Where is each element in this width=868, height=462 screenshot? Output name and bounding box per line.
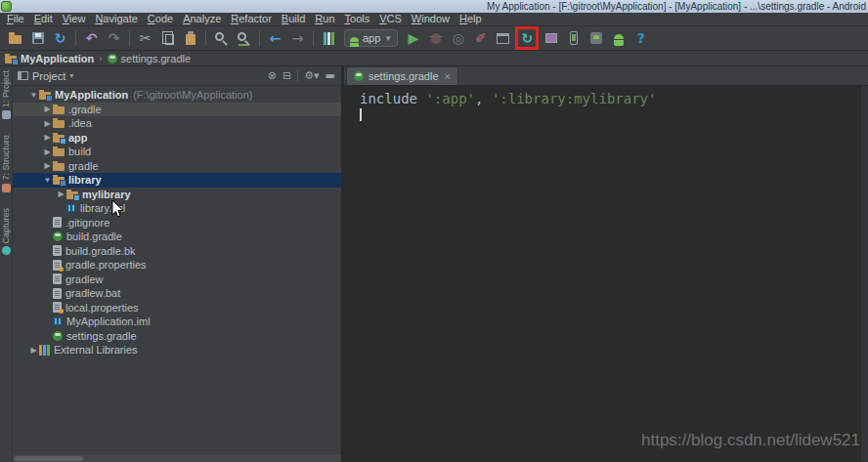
save-icon[interactable]: [27, 28, 48, 49]
settings-gear-icon[interactable]: ⚙▾: [304, 70, 319, 81]
android-monitor-icon[interactable]: [608, 28, 629, 49]
sync-icon[interactable]: ↻: [50, 28, 70, 49]
cut-icon[interactable]: ✂: [135, 28, 155, 49]
stripe-button----project[interactable]: 1: Project: [1, 70, 11, 119]
stripe-button-captures[interactable]: Captures: [1, 208, 11, 256]
panel-header-icons: ⊗⊟⚙▾▬: [268, 70, 335, 82]
tree-item-label: gradle: [68, 160, 99, 172]
iml-icon: [53, 316, 63, 326]
avd-manager-icon[interactable]: [563, 28, 584, 49]
tree-collapsed-arrow-icon[interactable]: ▶: [42, 161, 53, 170]
tree-collapsed-arrow-icon[interactable]: ▶: [42, 105, 53, 113]
forward-icon[interactable]: →: [287, 28, 308, 49]
find-icon[interactable]: [211, 28, 232, 49]
menu-help[interactable]: Help: [455, 13, 487, 25]
tree-item-library[interactable]: ▼library: [13, 173, 341, 188]
tree-item-myapplication[interactable]: ▼MyApplication(F:\gitroot\MyApplication): [13, 88, 341, 103]
sdk-manager-icon[interactable]: [586, 28, 606, 49]
tree-item-build[interactable]: ▶build: [13, 145, 341, 159]
menu-tools[interactable]: Tools: [340, 13, 375, 25]
tree-item--gitignore[interactable]: .gitignore: [13, 216, 341, 231]
tree-item-gradle-properties[interactable]: gradle.properties: [13, 258, 341, 273]
editor-scrollbar[interactable]: [861, 86, 868, 462]
paste-icon[interactable]: [180, 28, 200, 49]
menu-run[interactable]: Run: [310, 13, 339, 25]
close-icon[interactable]: ×: [445, 70, 451, 82]
file-icon: [53, 217, 62, 228]
menu-refactor[interactable]: Refactor: [226, 13, 277, 25]
tree-collapsed-arrow-icon[interactable]: ▶: [42, 147, 53, 156]
tree-collapsed-arrow-icon[interactable]: ▶: [28, 346, 39, 355]
tree-item-build-gradle[interactable]: build.gradle: [13, 230, 341, 244]
folder-icon: [53, 163, 65, 171]
android-icon: [350, 37, 359, 42]
tree-item-myapplication-iml[interactable]: MyApplication.iml: [13, 315, 341, 329]
iml-icon: [66, 203, 76, 213]
toolbar-separator: [205, 30, 206, 46]
tree-collapsed-arrow-icon[interactable]: ▶: [42, 133, 53, 142]
tree-item-gradlew[interactable]: gradlew: [13, 273, 341, 287]
menu-code[interactable]: Code: [143, 13, 178, 25]
tree-expanded-arrow-icon[interactable]: ▼: [42, 176, 53, 185]
tree-item--idea[interactable]: ▶.idea: [13, 116, 341, 131]
project-panel-title[interactable]: Project: [32, 70, 65, 82]
run-with-coverage-icon[interactable]: ◎: [448, 28, 468, 49]
tree-item-gradle[interactable]: ▶gradle: [13, 159, 341, 174]
collapse-all-icon[interactable]: ⊟: [282, 70, 291, 81]
breadcrumb-file[interactable]: settings.gradle: [121, 53, 192, 64]
tree-collapsed-arrow-icon[interactable]: ▶: [42, 119, 53, 128]
project-structure-icon[interactable]: [493, 28, 513, 49]
chevron-down-icon[interactable]: ▾: [69, 71, 73, 80]
menu-navigate[interactable]: Navigate: [90, 13, 142, 25]
sdk-manager-icon-shape: [590, 32, 602, 44]
stripe-label: 1: Project: [1, 70, 11, 107]
tree-item-app[interactable]: ▶app: [13, 131, 341, 146]
horizontal-scrollbar[interactable]: [13, 455, 341, 462]
stripe-label: 7: Structure: [1, 135, 11, 181]
help-icon[interactable]: ?: [630, 28, 651, 49]
captures-tool-icon: [2, 246, 11, 255]
code-editor[interactable]: include ':app', ':library:mylibrary': [344, 86, 868, 121]
profile-icon[interactable]: ✐: [470, 28, 491, 49]
menu-file[interactable]: File: [2, 13, 29, 25]
undo-icon[interactable]: ↶: [81, 28, 102, 49]
menu-view[interactable]: View: [58, 13, 91, 25]
device-monitor-icon[interactable]: [541, 28, 561, 49]
toolbar-separator: [259, 30, 260, 46]
menu-vcs[interactable]: VCS: [374, 13, 407, 25]
back-icon[interactable]: ←: [265, 28, 285, 49]
menu-analyze[interactable]: Analyze: [178, 13, 226, 25]
debug-icon[interactable]: [425, 28, 446, 49]
hide-panel-icon[interactable]: ▬: [326, 70, 335, 81]
breadcrumb-project[interactable]: MyApplication: [21, 53, 94, 64]
tree-item-settings-gradle[interactable]: settings.gradle: [13, 329, 341, 344]
menu-window[interactable]: Window: [407, 13, 455, 25]
menu-edit[interactable]: Edit: [29, 13, 58, 25]
redo-icon[interactable]: ↷: [104, 28, 124, 49]
scrollbar-thumb[interactable]: [15, 456, 83, 461]
find-in-path-icon[interactable]: [234, 28, 254, 49]
locate-file-icon[interactable]: ⊗: [268, 70, 277, 81]
tree-item-library-iml[interactable]: library.iml: [13, 201, 341, 216]
sync-gradle-icon[interactable]: ↻: [515, 26, 539, 50]
tab-settings-gradle[interactable]: settings.gradle ×: [346, 66, 458, 85]
menu-build[interactable]: Build: [277, 13, 310, 25]
tree-collapsed-arrow-icon[interactable]: ▶: [56, 189, 66, 198]
tree-item-gradlew-bat[interactable]: gradlew.bat: [13, 286, 341, 301]
tree-item--gradle[interactable]: ▶.gradle: [13, 103, 341, 117]
run-icon[interactable]: ▶: [403, 28, 423, 49]
tree-item-local-properties[interactable]: local.properties: [13, 301, 341, 315]
tree-expanded-arrow-icon[interactable]: ▼: [28, 91, 39, 100]
open-folder-icon[interactable]: [5, 28, 25, 49]
tree-item-label: gradlew.bat: [65, 287, 120, 299]
copy-icon[interactable]: [157, 28, 178, 49]
tree-item-external-libraries[interactable]: ▶External Libraries: [13, 343, 341, 357]
run-config-dropdown[interactable]: app▼: [344, 29, 398, 47]
title-bar[interactable]: My Application - [F:\gitroot\MyApplicati…: [0, 0, 868, 13]
stripe-button----structure[interactable]: 7: Structure: [1, 135, 11, 192]
tree-item-mylibrary[interactable]: ▶mylibrary: [13, 188, 341, 202]
tree-item-label: External Libraries: [54, 344, 138, 356]
tree-item-build-gradle-bk[interactable]: build.gradle.bk: [13, 244, 341, 259]
text-caret: [360, 108, 362, 121]
make-project-icon[interactable]: [319, 28, 339, 49]
